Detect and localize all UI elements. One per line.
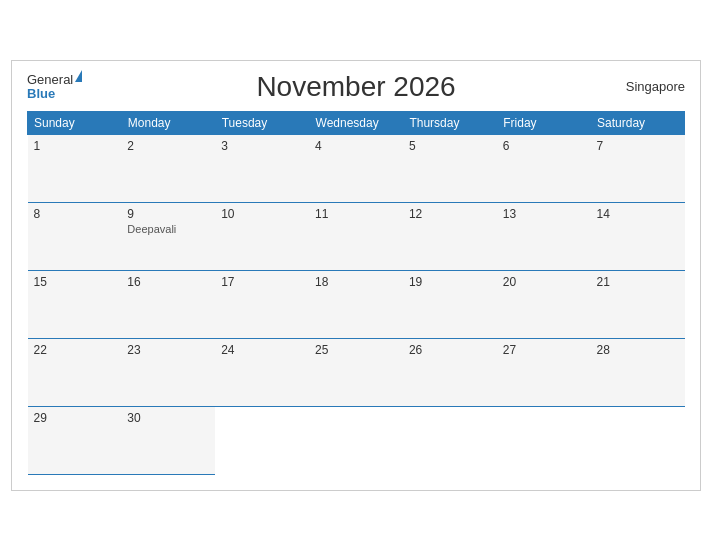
weekday-header: Sunday [28,111,122,134]
calendar-title: November 2026 [256,71,455,103]
brand-flag-icon [75,70,82,82]
day-number: 30 [127,411,140,425]
calendar-day-cell: 10 [215,202,309,270]
region-label: Singapore [626,79,685,94]
day-number: 26 [409,343,422,357]
weekday-header: Friday [497,111,591,134]
calendar-day-cell: 13 [497,202,591,270]
day-number: 22 [34,343,47,357]
calendar-day-cell: 24 [215,338,309,406]
calendar-day-cell: 21 [591,270,685,338]
weekday-header: Saturday [591,111,685,134]
calendar-day-cell: 4 [309,134,403,202]
calendar-day-cell [403,406,497,474]
calendar-day-cell: 23 [121,338,215,406]
day-number: 17 [221,275,234,289]
day-number: 18 [315,275,328,289]
calendar-day-cell: 25 [309,338,403,406]
day-number: 27 [503,343,516,357]
day-number: 7 [597,139,604,153]
calendar-day-cell: 26 [403,338,497,406]
calendar-day-cell [215,406,309,474]
calendar-day-cell: 1 [28,134,122,202]
calendar-day-cell: 6 [497,134,591,202]
calendar-week-row: 1234567 [28,134,685,202]
day-number: 16 [127,275,140,289]
day-number: 14 [597,207,610,221]
calendar-day-cell: 11 [309,202,403,270]
calendar-week-row: 15161718192021 [28,270,685,338]
day-number: 11 [315,207,328,221]
weekday-header: Wednesday [309,111,403,134]
day-number: 9 [127,207,134,221]
day-number: 6 [503,139,510,153]
calendar-day-cell: 16 [121,270,215,338]
brand-general-text: General [27,73,73,87]
weekday-header-row: SundayMondayTuesdayWednesdayThursdayFrid… [28,111,685,134]
calendar-day-cell: 28 [591,338,685,406]
day-number: 20 [503,275,516,289]
day-number: 21 [597,275,610,289]
brand-blue-text: Blue [27,87,55,101]
calendar-day-cell: 29 [28,406,122,474]
calendar-grid: SundayMondayTuesdayWednesdayThursdayFrid… [27,111,685,475]
day-number: 12 [409,207,422,221]
day-number: 1 [34,139,41,153]
weekday-header: Thursday [403,111,497,134]
day-number: 25 [315,343,328,357]
day-number: 29 [34,411,47,425]
day-number: 23 [127,343,140,357]
calendar-day-cell: 8 [28,202,122,270]
calendar-week-row: 2930 [28,406,685,474]
day-number: 2 [127,139,134,153]
day-number: 4 [315,139,322,153]
day-number: 15 [34,275,47,289]
calendar-day-cell: 30 [121,406,215,474]
calendar-day-cell: 3 [215,134,309,202]
calendar-day-cell: 2 [121,134,215,202]
calendar-day-cell: 14 [591,202,685,270]
calendar-week-row: 22232425262728 [28,338,685,406]
calendar-week-row: 89Deepavali1011121314 [28,202,685,270]
calendar-day-cell [591,406,685,474]
holiday-label: Deepavali [127,223,209,235]
weekday-header: Monday [121,111,215,134]
weekday-header: Tuesday [215,111,309,134]
day-number: 19 [409,275,422,289]
calendar-day-cell [309,406,403,474]
day-number: 13 [503,207,516,221]
calendar-day-cell: 15 [28,270,122,338]
calendar-day-cell: 27 [497,338,591,406]
calendar-day-cell: 12 [403,202,497,270]
calendar-day-cell: 22 [28,338,122,406]
brand-logo: General Blue [27,72,82,102]
day-number: 3 [221,139,228,153]
day-number: 8 [34,207,41,221]
calendar-day-cell: 18 [309,270,403,338]
calendar-day-cell: 9Deepavali [121,202,215,270]
calendar-day-cell: 20 [497,270,591,338]
day-number: 28 [597,343,610,357]
day-number: 24 [221,343,234,357]
day-number: 5 [409,139,416,153]
calendar-day-cell: 7 [591,134,685,202]
calendar-day-cell: 19 [403,270,497,338]
calendar-day-cell [497,406,591,474]
day-number: 10 [221,207,234,221]
calendar-day-cell: 5 [403,134,497,202]
calendar-container: General Blue November 2026 Singapore Sun… [11,60,701,491]
calendar-day-cell: 17 [215,270,309,338]
calendar-header: General Blue November 2026 Singapore [27,71,685,103]
